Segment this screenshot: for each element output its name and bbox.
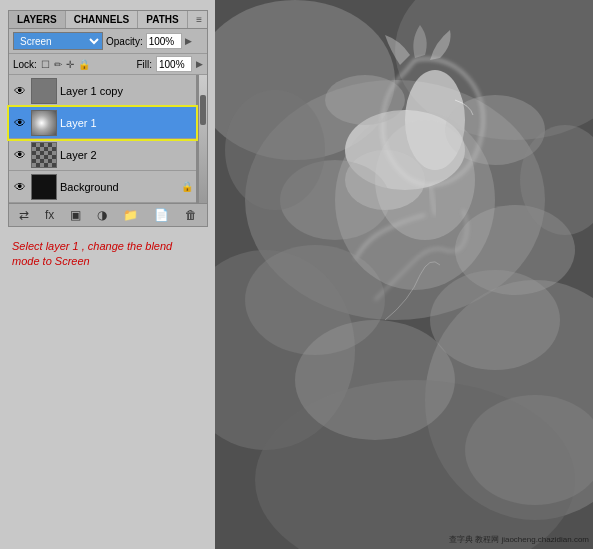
fill-arrow[interactable]: ▶ <box>196 59 203 69</box>
instruction-text: Select layer 1 , change the blend mode t… <box>8 239 198 270</box>
svg-point-21 <box>225 90 325 210</box>
fill-input[interactable] <box>156 56 192 72</box>
svg-point-17 <box>295 320 455 440</box>
panel-menu-icon[interactable]: ≡ <box>191 12 207 27</box>
svg-point-20 <box>375 120 475 240</box>
layer-name-2: Layer 2 <box>60 149 193 161</box>
lock-all-icon[interactable]: 🔒 <box>78 59 90 70</box>
folder-icon[interactable]: 📁 <box>121 207 140 223</box>
brush-icon[interactable]: ✏ <box>54 59 62 70</box>
blend-mode-select[interactable]: Screen <box>13 32 103 50</box>
scrollbar-thumb[interactable] <box>200 95 206 125</box>
layer-item-2[interactable]: 👁 Layer 2 <box>9 139 196 171</box>
thumb-1 <box>31 110 57 136</box>
mask-icon[interactable]: ▣ <box>68 207 83 223</box>
fx-icon[interactable]: fx <box>43 207 56 223</box>
tab-layers[interactable]: LAYERS <box>9 11 66 28</box>
opacity-input[interactable] <box>146 33 182 49</box>
thumb-bg <box>31 174 57 200</box>
blend-mode-row: Screen Opacity: ▶ <box>9 29 207 54</box>
layer-item-1[interactable]: 👁 Layer 1 <box>9 107 196 139</box>
eye-icon-bg[interactable]: 👁 <box>12 179 28 195</box>
lock-row: Lock: ☐ ✏ ✛ 🔒 Fill: ▶ <box>9 54 207 75</box>
layer-lock-bg: 🔒 <box>181 181 193 192</box>
layer-name-1: Layer 1 <box>60 117 193 129</box>
layers-list: 👁 Layer 1 copy 👁 Layer 1 👁 Layer 2 <box>9 75 199 203</box>
opacity-label: Opacity: <box>106 36 143 47</box>
lock-checkbox[interactable]: ☐ <box>41 59 50 70</box>
link-icon[interactable]: ⇄ <box>17 207 31 223</box>
move-icon[interactable]: ✛ <box>66 59 74 70</box>
smoke-image-panel: 查字典 教程网 jiaocheng.chazidian.com <box>215 0 593 549</box>
layers-panel: LAYERS CHANNELS PATHS ≡ Screen Opacity: … <box>8 10 208 227</box>
layers-tabs: LAYERS CHANNELS PATHS ≡ <box>9 11 207 29</box>
svg-point-16 <box>430 270 560 370</box>
layers-list-wrapper: 👁 Layer 1 copy 👁 Layer 1 👁 Layer 2 <box>9 75 207 203</box>
layer-item-bg[interactable]: 👁 Background 🔒 <box>9 171 196 203</box>
smoke-image <box>215 0 593 549</box>
layer-name-bg: Background <box>60 181 178 193</box>
layer-item-copy[interactable]: 👁 Layer 1 copy <box>9 75 196 107</box>
tab-channels[interactable]: CHANNELS <box>66 11 139 28</box>
eye-icon-2[interactable]: 👁 <box>12 147 28 163</box>
opacity-arrow[interactable]: ▶ <box>185 36 192 46</box>
delete-icon[interactable]: 🗑 <box>183 207 199 223</box>
left-panel: LAYERS CHANNELS PATHS ≡ Screen Opacity: … <box>0 0 215 549</box>
tab-paths[interactable]: PATHS <box>138 11 187 28</box>
new-layer-icon[interactable]: 📄 <box>152 207 171 223</box>
thumb-copy <box>31 78 57 104</box>
layer-name-copy: Layer 1 copy <box>60 85 193 97</box>
lock-label: Lock: <box>13 59 37 70</box>
eye-icon-copy[interactable]: 👁 <box>12 83 28 99</box>
adjustment-icon[interactable]: ◑ <box>95 207 109 223</box>
scrollbar[interactable] <box>199 75 207 203</box>
layers-toolbar: ⇄ fx ▣ ◑ 📁 📄 🗑 <box>9 203 207 226</box>
fill-label: Fill: <box>136 59 152 70</box>
watermark: 查字典 教程网 jiaocheng.chazidian.com <box>449 535 589 545</box>
thumb-2 <box>31 142 57 168</box>
eye-icon-1[interactable]: 👁 <box>12 115 28 131</box>
